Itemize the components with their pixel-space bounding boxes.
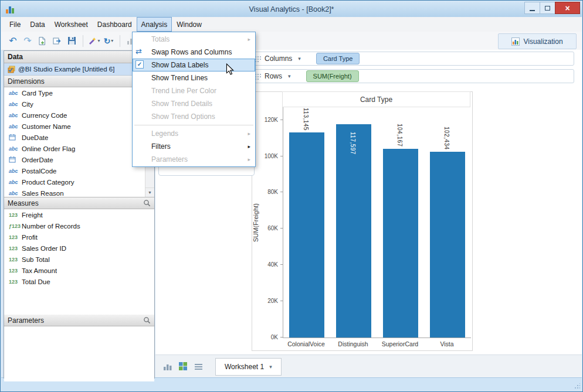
y-axis-ticks: 0K20K40K60K80K100K120K bbox=[261, 107, 283, 338]
y-axis[interactable]: SUM(Freight) 0K20K40K60K80K100K120K bbox=[252, 107, 283, 338]
bar-SuperiorCard[interactable] bbox=[383, 149, 418, 338]
refresh-button[interactable]: ↻ ▾ bbox=[101, 34, 116, 48]
dimension-label: Online Order Flag bbox=[22, 145, 75, 152]
columns-shelf[interactable]: Columns ▾ Card Type bbox=[250, 52, 574, 66]
caret-down-icon[interactable]: ▾ bbox=[269, 364, 272, 370]
menu-item-show-trend-details[interactable]: Show Trend Details bbox=[133, 97, 255, 110]
caret-down-icon[interactable]: ▾ bbox=[288, 73, 291, 79]
search-icon[interactable] bbox=[143, 199, 151, 207]
pill-card-type[interactable]: Card Type bbox=[316, 53, 360, 64]
close-icon: × bbox=[565, 4, 570, 13]
chart-card: Card Type SUM(Freight) 0K20K40K60K80K100… bbox=[252, 91, 473, 351]
parameters-header: Parameters bbox=[4, 315, 154, 326]
bar-Vista[interactable] bbox=[430, 152, 465, 338]
menu-item-filters[interactable]: Filters ▸ bbox=[133, 140, 255, 153]
tab-worksheet-1[interactable]: Worksheet 1 ▾ bbox=[215, 358, 282, 376]
data-panel-title: Data bbox=[8, 53, 23, 61]
format-button[interactable]: ▾ bbox=[87, 34, 101, 48]
measures-list: 123Freight ƒ123Number of Records 123Prof… bbox=[4, 209, 154, 315]
measure-label: Number of Records bbox=[22, 223, 80, 230]
list-icon bbox=[194, 363, 203, 370]
measure-item[interactable]: 123Sales Order ID bbox=[4, 243, 154, 254]
grid-icon bbox=[178, 362, 188, 371]
save-button[interactable] bbox=[65, 34, 79, 48]
scroll-down-icon[interactable]: ▼ bbox=[145, 188, 154, 197]
string-type-icon: abc bbox=[9, 101, 22, 107]
number-type-icon: 123 bbox=[9, 212, 22, 218]
plot-area[interactable]: 113,145117,597104,167102,434 bbox=[283, 107, 471, 338]
dimension-label: OrderDate bbox=[22, 156, 53, 163]
menu-dashboard[interactable]: Dashboard bbox=[93, 17, 137, 32]
visualization-tab-label: Visualization bbox=[523, 38, 562, 46]
menu-analysis[interactable]: Analysis bbox=[137, 17, 172, 32]
menu-window[interactable]: Window bbox=[172, 17, 206, 32]
measure-item[interactable]: 123Total Due bbox=[4, 276, 154, 287]
measure-item[interactable]: 123Freight bbox=[4, 209, 154, 220]
menu-item-show-data-labels[interactable]: ✓ Show Data Labels bbox=[133, 59, 255, 71]
window-title: Visual Analytics - [Book2]* bbox=[1, 5, 582, 13]
measure-item[interactable]: 123Sub Total bbox=[4, 254, 154, 265]
dimension-label: Sales Reason bbox=[22, 190, 64, 197]
menu-file[interactable]: File bbox=[5, 17, 25, 32]
checkbox-checked-icon: ✓ bbox=[135, 60, 144, 69]
resize-grip-icon[interactable] bbox=[574, 383, 580, 389]
new-worksheet-button[interactable] bbox=[161, 360, 174, 373]
menu-worksheet[interactable]: Worksheet bbox=[50, 17, 93, 32]
title-bar[interactable]: Visual Analytics - [Book2]* × bbox=[1, 1, 582, 17]
redo-icon: ↷ bbox=[23, 36, 31, 46]
menu-item-legends[interactable]: Legends ▸ bbox=[133, 127, 255, 140]
dimension-label: Customer Name bbox=[22, 123, 71, 130]
menu-data[interactable]: Data bbox=[25, 17, 49, 32]
maximize-button[interactable] bbox=[540, 2, 555, 14]
caret-down-icon[interactable]: ▾ bbox=[298, 56, 301, 62]
menu-item-totals[interactable]: Totals ▸ bbox=[133, 33, 255, 46]
new-workbook-button[interactable] bbox=[35, 34, 49, 48]
menu-item-show-trend-options[interactable]: Show Trend Options bbox=[133, 110, 255, 123]
measure-item[interactable]: 123Profit bbox=[4, 231, 154, 243]
bar-Distinguish[interactable] bbox=[336, 124, 371, 338]
bar-ColonialVoice[interactable] bbox=[289, 132, 324, 338]
y-tick-label: 20K bbox=[261, 298, 278, 304]
menu-item-swap-rows-and-columns[interactable]: ⇄ Swap Rows and Columns bbox=[133, 46, 255, 59]
number-type-icon: 123 bbox=[9, 234, 22, 240]
menu-item-show-trend-lines[interactable]: Show Trend Lines bbox=[133, 71, 255, 84]
menu-bar: File Data Worksheet Dashboard Analysis W… bbox=[1, 17, 582, 32]
new-dashboard-button[interactable] bbox=[177, 360, 189, 373]
string-type-icon: abc bbox=[9, 146, 22, 152]
pill-sum-freight[interactable]: SUM(Freight) bbox=[306, 70, 359, 82]
sheet-list-button[interactable] bbox=[192, 360, 205, 373]
rows-shelf[interactable]: Rows ▾ SUM(Freight) bbox=[250, 69, 574, 83]
dimension-item[interactable]: abcSales Reason bbox=[4, 188, 154, 197]
menu-item-parameters[interactable]: Parameters ▸ bbox=[133, 153, 255, 166]
dimension-label: Product Category bbox=[22, 179, 74, 186]
search-icon[interactable] bbox=[143, 316, 151, 324]
measure-item[interactable]: 123Tax Amount bbox=[4, 265, 154, 276]
redo-button[interactable]: ↷ bbox=[21, 34, 35, 48]
x-category-label: Vista bbox=[423, 340, 470, 347]
new-document-icon bbox=[38, 36, 47, 46]
string-type-icon: abc bbox=[9, 90, 22, 96]
columns-shelf-label: Columns bbox=[265, 54, 292, 63]
undo-button[interactable]: ↶ bbox=[6, 34, 20, 48]
x-category-label: SuperiorCard bbox=[377, 340, 423, 347]
close-button[interactable]: × bbox=[555, 2, 580, 14]
export-button[interactable] bbox=[50, 34, 64, 48]
dimension-item[interactable]: abcProduct Category bbox=[4, 176, 154, 188]
menu-item-trend-line-per-color[interactable]: Trend Line Per Color bbox=[133, 84, 255, 97]
number-type-icon: 123 bbox=[9, 246, 22, 251]
y-tick-label: 40K bbox=[261, 261, 278, 268]
x-category-label: Distinguish bbox=[330, 340, 377, 347]
dimension-label: DueDate bbox=[22, 134, 48, 141]
measures-header: Measures bbox=[4, 197, 154, 209]
datasource-icon bbox=[7, 66, 15, 73]
dimensions-title: Dimensions bbox=[8, 77, 45, 86]
x-axis-labels: ColonialVoiceDistinguishSuperiorCardVist… bbox=[283, 338, 470, 351]
chart-column-header[interactable]: Card Type bbox=[282, 91, 470, 107]
tab-visualization[interactable]: Visualization bbox=[498, 33, 577, 49]
minimize-button[interactable] bbox=[524, 2, 540, 14]
chart-header: Card Type bbox=[252, 92, 472, 107]
string-type-icon: abc bbox=[9, 179, 22, 185]
y-tick-label: 60K bbox=[261, 225, 278, 231]
measure-item[interactable]: ƒ123Number of Records bbox=[4, 220, 154, 231]
y-tick-label: 100K bbox=[261, 153, 278, 159]
